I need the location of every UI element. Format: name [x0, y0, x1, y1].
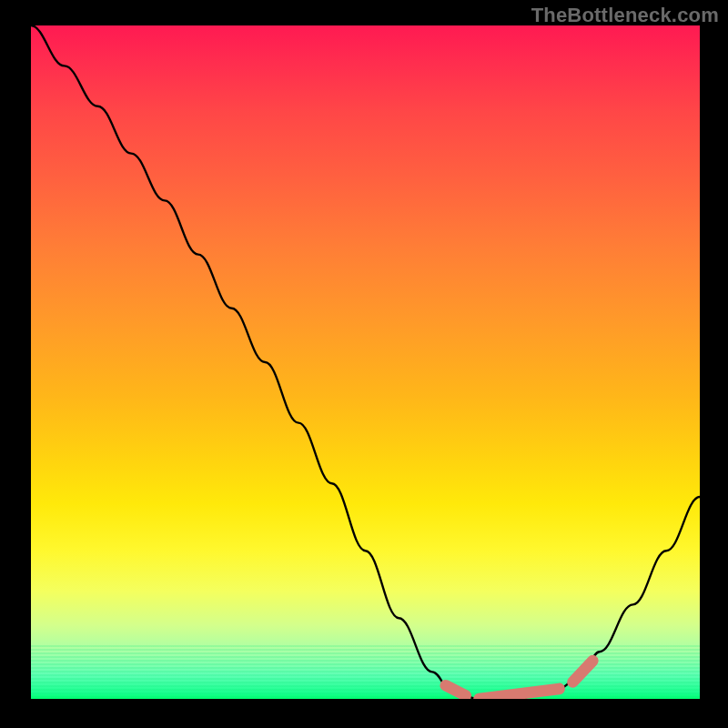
chart-frame: TheBottleneck.com — [0, 0, 728, 728]
optimal-band-marker-right — [572, 661, 592, 682]
bottleneck-curve-path — [31, 25, 700, 699]
optimal-band-marker-mid — [479, 689, 559, 699]
plot-area — [31, 25, 700, 699]
watermark-text: TheBottleneck.com — [531, 4, 719, 27]
optimal-band-marker-left — [446, 685, 466, 695]
chart-svg — [31, 25, 700, 699]
